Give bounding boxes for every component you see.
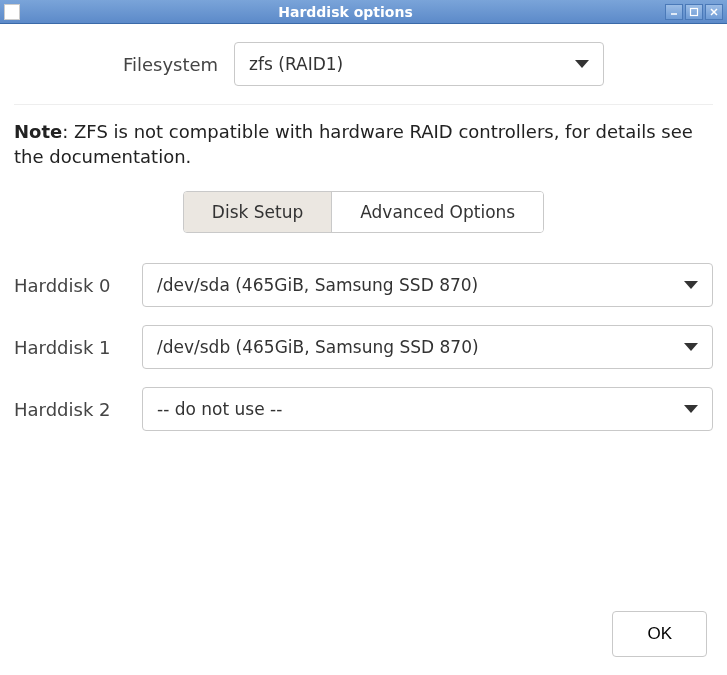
harddisk-2-row: Harddisk 2 -- do not use -- xyxy=(14,387,713,431)
zfs-note: Note: ZFS is not compatible with hardwar… xyxy=(14,119,713,169)
harddisk-0-row: Harddisk 0 /dev/sda (465GiB, Samsung SSD… xyxy=(14,263,713,307)
filesystem-value: zfs (RAID1) xyxy=(249,54,343,74)
harddisk-1-row: Harddisk 1 /dev/sdb (465GiB, Samsung SSD… xyxy=(14,325,713,369)
svg-rect-1 xyxy=(691,8,698,15)
titlebar: Harddisk options xyxy=(0,0,727,24)
harddisk-2-label: Harddisk 2 xyxy=(14,399,124,420)
chevron-down-icon xyxy=(575,60,589,68)
dialog-content: Filesystem zfs (RAID1) Note: ZFS is not … xyxy=(0,24,727,599)
filesystem-label: Filesystem xyxy=(123,54,218,75)
dialog-footer: OK xyxy=(0,599,727,675)
window-controls xyxy=(665,4,723,20)
window-title: Harddisk options xyxy=(26,4,665,20)
filesystem-select[interactable]: zfs (RAID1) xyxy=(234,42,604,86)
minimize-button[interactable] xyxy=(665,4,683,20)
note-text: : ZFS is not compatible with hardware RA… xyxy=(14,121,693,167)
chevron-down-icon xyxy=(684,405,698,413)
harddisk-1-select[interactable]: /dev/sdb (465GiB, Samsung SSD 870) xyxy=(142,325,713,369)
harddisk-0-select[interactable]: /dev/sda (465GiB, Samsung SSD 870) xyxy=(142,263,713,307)
maximize-button[interactable] xyxy=(685,4,703,20)
harddisk-1-value: /dev/sdb (465GiB, Samsung SSD 870) xyxy=(157,337,479,357)
chevron-down-icon xyxy=(684,281,698,289)
tabs-inner: Disk Setup Advanced Options xyxy=(183,191,544,233)
tab-advanced-options[interactable]: Advanced Options xyxy=(331,192,543,232)
harddisk-2-select[interactable]: -- do not use -- xyxy=(142,387,713,431)
harddisk-0-value: /dev/sda (465GiB, Samsung SSD 870) xyxy=(157,275,478,295)
tabs: Disk Setup Advanced Options xyxy=(14,191,713,233)
divider xyxy=(14,104,713,105)
harddisk-2-value: -- do not use -- xyxy=(157,399,282,419)
tab-disk-setup[interactable]: Disk Setup xyxy=(184,192,331,232)
window-icon xyxy=(4,4,20,20)
harddisk-0-label: Harddisk 0 xyxy=(14,275,124,296)
ok-button[interactable]: OK xyxy=(612,611,707,657)
close-button[interactable] xyxy=(705,4,723,20)
note-bold: Note xyxy=(14,121,62,142)
chevron-down-icon xyxy=(684,343,698,351)
harddisk-1-label: Harddisk 1 xyxy=(14,337,124,358)
filesystem-row: Filesystem zfs (RAID1) xyxy=(14,42,713,86)
